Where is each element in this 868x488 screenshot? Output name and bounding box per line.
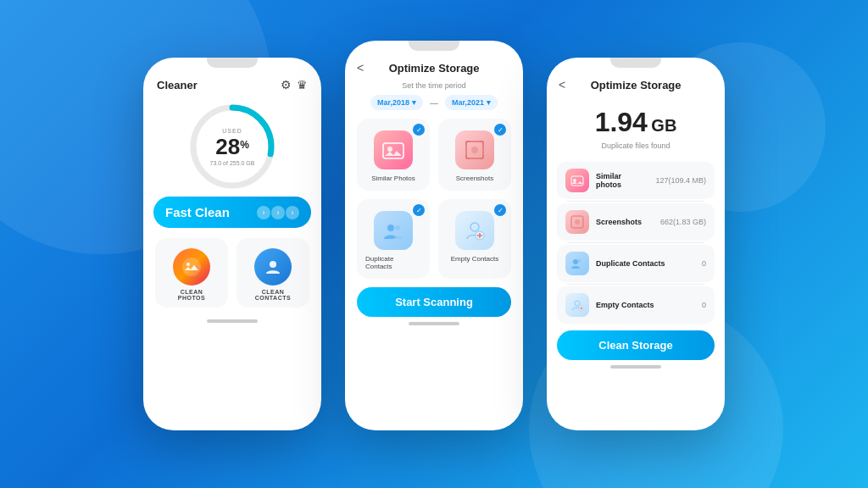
to-date-dropdown[interactable]: Mar,2021 ▾ (445, 95, 498, 110)
scan-similar-photos[interactable]: ✓ Similar Photos (357, 119, 430, 191)
row-similar-photos-count: 127(109.4 MB) (655, 176, 706, 185)
gauge-value: 28% (215, 142, 249, 157)
phone-2: < Optimize Storage Set the time period M… (345, 41, 523, 430)
contacts-icon (254, 248, 292, 286)
svg-point-2 (182, 258, 201, 276)
from-date-dropdown[interactable]: Mar,2018 ▾ (370, 95, 423, 110)
svg-point-10 (395, 225, 400, 230)
phones-container: Cleaner ⚙ ♛ USED 28% 73.0 of 255.0 GB (143, 58, 725, 430)
clean-contacts-label: CLEANCONTACTS (255, 289, 291, 301)
svg-point-8 (471, 147, 478, 153)
clean-contacts-option[interactable]: CLEANCONTACTS (236, 238, 309, 308)
storage-row-empty-contacts[interactable]: Empty Contacts 0 (557, 286, 715, 324)
home-bar-3 (610, 365, 661, 369)
row-empty-contacts-name: Empty Contacts (596, 301, 695, 309)
arrow-3: › (286, 206, 299, 219)
gauge-used-label: USED (210, 128, 255, 134)
clean-options: CLEANPHOTOS CLEANCONTACTS (143, 233, 321, 314)
row-dup-contacts-name: Duplicate Contacts (596, 259, 695, 268)
svg-point-18 (575, 219, 580, 225)
storage-row-dup-contacts[interactable]: Duplicate Contacts 0 (557, 245, 715, 282)
row-similar-photos-name: Similar photos (596, 172, 648, 189)
scan-dupcontacts-icon (374, 211, 413, 250)
phone2-title: Optimize Storage (369, 62, 499, 75)
check-dup-contacts: ✓ (413, 204, 425, 216)
divider-3 (567, 284, 704, 285)
crown-icon[interactable]: ♛ (297, 78, 308, 92)
gb-unit: GB (651, 116, 676, 135)
phone-1: Cleaner ⚙ ♛ USED 28% 73.0 of 255.0 GB (143, 58, 321, 430)
scan-empty-contacts-label: Empty Contacts (451, 255, 498, 263)
clean-photos-option[interactable]: CLEANPHOTOS (155, 238, 228, 308)
photos-icon (173, 248, 210, 286)
divider-2 (567, 242, 704, 243)
svg-rect-5 (383, 143, 403, 158)
row-screenshots-name: Screenshots (596, 218, 654, 226)
check-similar-photos: ✓ (413, 124, 425, 136)
notch-3 (610, 58, 661, 68)
phone2-header: < Optimize Storage (345, 54, 523, 78)
phone3-title: Optimize Storage (570, 79, 701, 92)
home-bar-2 (409, 322, 459, 325)
phone3-header: < Optimize Storage (547, 71, 725, 95)
check-empty-contacts: ✓ (494, 204, 506, 216)
clean-storage-button[interactable]: Clean Storage (557, 330, 715, 360)
gauge-sub-label: 73.0 of 255.0 GB (210, 160, 255, 166)
row-empty-contacts-icon (565, 293, 589, 317)
row-screenshots-count: 662(1.83 GB) (660, 218, 706, 226)
scan-photos-icon (374, 130, 413, 169)
date-separator: — (430, 98, 438, 108)
phone3-back-icon[interactable]: < (559, 78, 565, 92)
time-period-row: Mar,2018 ▾ — Mar,2021 ▾ (345, 95, 523, 110)
phone1-title: Cleaner (157, 79, 198, 92)
scan-dup-contacts-label: Duplicate Contacts (365, 255, 421, 270)
divider-1 (567, 201, 704, 202)
scan-grid: ✓ Similar Photos ✓ (345, 119, 523, 279)
settings-icon[interactable]: ⚙ (281, 78, 292, 92)
storage-sub-label: Duplicate files found (547, 141, 725, 150)
svg-point-9 (387, 225, 394, 231)
clean-photos-label: CLEANPHOTOS (178, 289, 205, 301)
phone2-back-icon[interactable]: < (357, 61, 364, 75)
svg-point-11 (470, 223, 479, 231)
row-dup-contacts-icon (565, 252, 589, 275)
scan-duplicate-contacts[interactable]: ✓ Duplicate Contacts (357, 199, 430, 279)
arrow-2: › (271, 206, 285, 219)
row-screenshots-icon (565, 210, 589, 234)
storage-size-display: 1.94 GB (547, 107, 725, 138)
scan-screenshots[interactable]: ✓ Screenshots (438, 119, 511, 191)
svg-point-19 (573, 259, 578, 264)
notch-1 (207, 58, 258, 68)
phone-3: < Optimize Storage 1.94 GB Duplicate fil… (547, 58, 725, 430)
row-empty-contacts-count: 0 (702, 301, 706, 309)
svg-point-6 (387, 147, 392, 152)
svg-point-3 (186, 263, 190, 266)
check-screenshots: ✓ (494, 124, 506, 136)
gauge-center: USED 28% 73.0 of 255.0 GB (210, 128, 255, 166)
home-bar-1 (207, 319, 258, 323)
svg-point-21 (575, 301, 580, 306)
fast-clean-label: Fast Clean (165, 205, 230, 219)
scan-similar-photos-label: Similar Photos (371, 175, 415, 182)
storage-list: Similar photos 127(109.4 MB) Screenshots… (547, 162, 725, 324)
storage-gauge: USED 28% 73.0 of 255.0 GB (143, 100, 321, 193)
row-dup-contacts-count: 0 (702, 259, 706, 268)
time-period-label: Set the time period (345, 81, 523, 90)
scan-emptycontacts-icon (455, 211, 494, 250)
storage-row-screenshots[interactable]: Screenshots 662(1.83 GB) (557, 203, 715, 241)
scan-screenshots-label: Screenshots (456, 175, 493, 182)
scan-empty-contacts[interactable]: ✓ Empty Contacts (438, 199, 511, 279)
fast-clean-button[interactable]: Fast Clean › › › (153, 197, 311, 228)
scan-screenshots-icon (455, 130, 494, 169)
svg-point-20 (578, 259, 581, 263)
svg-point-4 (270, 261, 276, 268)
row-photos-icon (565, 169, 589, 192)
start-scan-button[interactable]: Start Scanning (357, 287, 511, 317)
notch-2 (409, 41, 459, 51)
gb-number: 1.94 (595, 107, 648, 137)
phone1-header: Cleaner ⚙ ♛ (143, 71, 321, 95)
arrow-1: › (257, 206, 270, 219)
storage-row-similar-photos[interactable]: Similar photos 127(109.4 MB) (557, 162, 715, 199)
phone1-action-icons: ⚙ ♛ (281, 78, 308, 92)
fast-clean-arrows: › › › (257, 206, 299, 219)
